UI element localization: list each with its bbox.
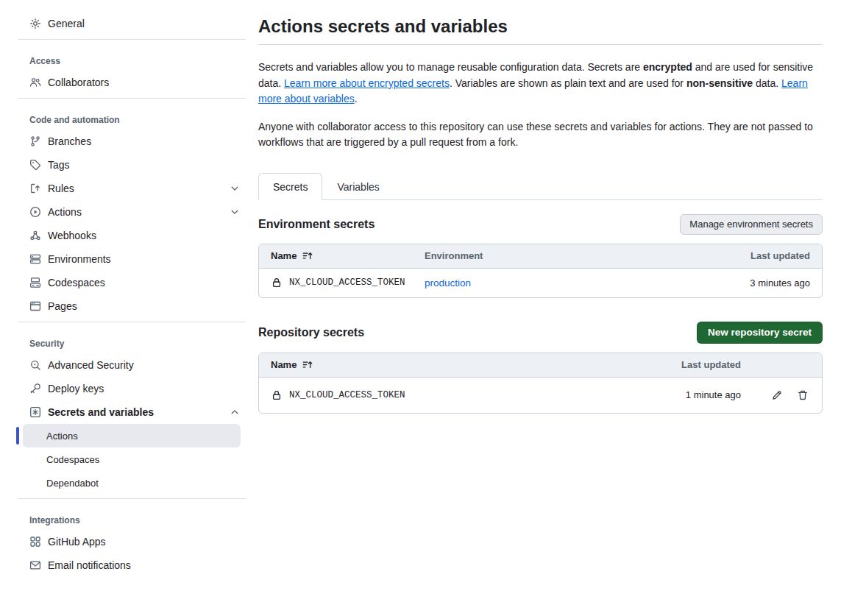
chevron-down-icon [229,183,241,194]
repository-secrets-table: NameLast updatedNX_CLOUD_ACCESS_TOKEN1 m… [258,353,823,414]
apps-icon [29,536,41,548]
sidebar-subitem-actions[interactable]: Actions [23,424,241,447]
sidebar-item-label: Actions [48,206,82,218]
environments-icon [29,253,41,265]
sidebar-divider [18,98,246,99]
trash-icon [797,389,809,401]
last-updated: 1 minute ago [631,389,741,400]
sidebar-subitem-label: Dependabot [46,478,99,489]
sidebar-item-pages[interactable]: Pages [0,294,258,318]
environment-secrets-section-head: Environment secrets Manage environment s… [258,214,823,235]
new-repository-secret-button[interactable]: New repository secret [697,322,823,344]
column-header-label: Name [271,250,297,261]
sidebar-item-environments[interactable]: Environments [0,247,258,271]
git-branch-icon [29,135,41,147]
sidebar-item-label: Webhooks [48,230,96,241]
last-updated: 3 minutes ago [685,277,810,288]
sidebar-section-security: Security [0,334,258,353]
secret-name-cell: NX_CLOUD_ACCESS_TOKEN [271,277,425,288]
people-icon [29,77,41,88]
secrets-variables-tabs: SecretsVariables [258,173,823,200]
key-icon [29,383,41,394]
lock-icon [271,277,283,288]
sidebar-item-deploy-keys[interactable]: Deploy keys [0,377,258,400]
environment-cell: production [425,276,685,289]
delete-secret-button[interactable] [795,388,810,403]
sidebar-item-label: Deploy keys [48,383,104,394]
tag-icon [29,159,41,171]
table-header-row: NameEnvironmentLast updated [259,244,822,269]
sidebar-item-label: Tags [48,159,70,171]
sidebar-item-webhooks[interactable]: Webhooks [0,224,258,247]
secret-name-cell: NX_CLOUD_ACCESS_TOKEN [271,389,631,401]
sidebar-subitem-dependabot[interactable]: Dependabot [23,471,241,495]
sidebar-section-access: Access [0,52,258,71]
column-header-label: Name [271,359,297,370]
browser-icon [29,300,41,312]
mail-icon [29,559,41,571]
column-header-name[interactable]: Name [271,250,425,262]
sidebar-item-actions[interactable]: Actions [0,200,258,224]
sidebar-item-email-notifications[interactable]: Email notifications [0,553,258,577]
row-actions [741,388,810,403]
sidebar-item-secrets-and-variables[interactable]: Secrets and variables [0,400,258,424]
sidebar-item-label: Codespaces [48,277,105,288]
sidebar-item-rules[interactable]: Rules [0,177,258,200]
sidebar-subitem-label: Actions [46,431,78,442]
column-header-last-updated: Last updated [685,250,810,261]
sidebar-item-label: Pages [48,300,77,312]
column-header-environment: Environment [425,250,685,261]
sidebar-item-label: Collaborators [48,77,109,88]
environment-secrets-heading: Environment secrets [258,218,375,231]
manage-environment-secrets-button[interactable]: Manage environment secrets [680,214,823,235]
sidebar-item-label: Environments [48,253,111,265]
environment-secrets-table: NameEnvironmentLast updatedNX_CLOUD_ACCE… [258,244,823,298]
sidebar-section-integrations: Integrations [0,511,258,530]
sort-ascending-icon [302,250,313,262]
sidebar-item-label: Email notifications [48,559,131,571]
column-header-last-updated: Last updated [631,359,741,370]
learn-more-link[interactable]: Learn more about encrypted secrets [284,77,450,89]
sidebar-item-github-apps[interactable]: GitHub Apps [0,530,258,553]
column-header-name[interactable]: Name [271,359,631,371]
sidebar-item-advanced-security[interactable]: Advanced Security [0,353,258,377]
sidebar-item-collaborators[interactable]: Collaborators [0,71,258,94]
table-row: NX_CLOUD_ACCESS_TOKENproduction3 minutes… [259,269,822,297]
edit-pencil-icon [771,389,783,401]
chevron-up-icon [229,406,241,418]
sidebar-item-tags[interactable]: Tags [0,153,258,177]
rules-icon [29,183,41,194]
tab-secrets[interactable]: Secrets [258,173,322,200]
code-scan-icon [29,359,41,371]
sidebar-item-label: Secrets and variables [48,406,154,418]
environment-link[interactable]: production [425,277,471,288]
sidebar-subitem-label: Codespaces [46,454,99,465]
tab-variables[interactable]: Variables [322,173,394,200]
sidebar-item-branches[interactable]: Branches [0,130,258,153]
sidebar-section-code-and-automation: Code and automation [0,110,258,130]
main-content: Actions secrets and variables Secrets an… [258,0,823,616]
gear-icon [29,18,41,29]
key-asterisk-icon [29,406,41,418]
repository-secrets-heading: Repository secrets [258,326,364,339]
repository-secrets-section-head: Repository secrets New repository secret [258,322,823,344]
sidebar-item-label: Rules [48,183,74,194]
sidebar-item-label: Advanced Security [48,359,134,371]
sidebar-item-label: GitHub Apps [48,536,106,548]
sidebar-divider [18,322,246,322]
edit-secret-button[interactable] [770,388,784,403]
secret-name: NX_CLOUD_ACCESS_TOKEN [289,277,405,288]
settings-sidebar: GeneralAccessCollaboratorsCode and autom… [0,0,258,616]
sidebar-divider [18,498,246,499]
sidebar-item-codespaces[interactable]: Codespaces [0,271,258,294]
sidebar-item-label: General [48,18,85,29]
note-paragraph: Anyone with collaborator access to this … [258,119,823,151]
sidebar-subitem-codespaces[interactable]: Codespaces [23,447,241,471]
page-title: Actions secrets and variables [258,16,823,45]
sidebar-item-general[interactable]: General [0,12,258,35]
webhook-icon [29,230,41,241]
table-header-row: NameLast updated [259,353,822,378]
sort-ascending-icon [302,359,313,371]
sidebar-divider [18,39,246,40]
lock-icon [271,389,283,401]
